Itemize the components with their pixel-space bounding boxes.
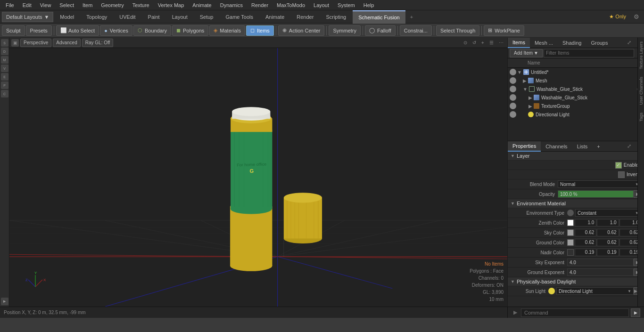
filter-items-input[interactable] [544, 49, 634, 57]
add-item-button[interactable]: Add Item ▼ [510, 49, 543, 57]
menu-file[interactable]: File [2, 1, 18, 9]
menu-dynamics[interactable]: Dynamics [216, 1, 247, 9]
tab-properties[interactable]: Properties [508, 141, 541, 152]
items-list[interactable]: ▼ Untitled* ▶ Mesh [508, 68, 644, 141]
viewport[interactable]: ▣ Perspective Advanced Ray GL: Off ⊙ ↺ ⌖… [9, 38, 507, 307]
menu-edit[interactable]: Edit [19, 1, 35, 9]
env-material-section-header[interactable]: ▼ Environment Material [508, 199, 644, 208]
perspective-button[interactable]: Perspective [20, 39, 51, 47]
eye-toggle[interactable] [510, 69, 516, 75]
nadir-r-field[interactable]: 0.19 [575, 249, 596, 256]
boundary-button[interactable]: ⬡ Boundary [133, 25, 171, 36]
list-item[interactable]: ▶ TextureGroup [508, 102, 644, 110]
layout-dropdown[interactable]: Default Layouts ▼ [2, 12, 53, 22]
raygl-button[interactable]: Ray GL: Off [82, 39, 114, 47]
add-tab-button[interactable]: + [406, 13, 417, 21]
menu-animate[interactable]: Animate [189, 1, 215, 9]
tab-animate[interactable]: Animate [260, 10, 290, 24]
left-tool-5[interactable]: E [1, 73, 8, 81]
tab-paint[interactable]: Paint [142, 10, 165, 24]
eye-toggle[interactable] [510, 77, 516, 84]
menu-geometry[interactable]: Geometry [97, 1, 127, 9]
advanced-button[interactable]: Advanced [53, 39, 80, 47]
left-tool-2[interactable]: D [1, 48, 8, 55]
sky-r-field[interactable]: 0.62 [575, 229, 596, 236]
tab-topology[interactable]: Topology [81, 10, 113, 24]
menu-select[interactable]: Select [56, 1, 78, 9]
eye-toggle[interactable] [510, 86, 516, 92]
zenith-r-field[interactable]: 1.0 [575, 219, 596, 227]
auto-select-button[interactable]: ⬜ Auto Select [56, 25, 99, 36]
command-submit-button[interactable]: ▶ [631, 308, 640, 317]
refresh-icon[interactable]: ↺ [471, 40, 478, 46]
tab-render[interactable]: Render [291, 10, 319, 24]
invert-checkbox[interactable] [618, 171, 625, 178]
tab-uvedit[interactable]: UVEdit [114, 10, 141, 24]
menu-layout[interactable]: Layout [310, 1, 333, 9]
menu-view[interactable]: View [36, 1, 55, 9]
materials-button[interactable]: ◈ Materials [209, 25, 245, 36]
left-tool-6[interactable]: P [1, 81, 8, 89]
tab-scripting[interactable]: Scripting [320, 10, 352, 24]
panel-expand-icon[interactable]: ⤢ [624, 39, 634, 47]
tab-setup[interactable]: Setup [194, 10, 219, 24]
zenith-g-field[interactable]: 1.0 [597, 219, 619, 227]
nadir-g-field[interactable]: 0.19 [597, 249, 619, 256]
tab-model[interactable]: Model [54, 10, 80, 24]
tab-groups[interactable]: Groups [586, 38, 612, 48]
tab-add-props[interactable]: + [592, 141, 604, 152]
sky-g-field[interactable]: 0.62 [597, 229, 619, 236]
camera-icon[interactable]: ⊙ [462, 40, 469, 46]
nadir-color-swatch[interactable] [567, 249, 574, 256]
list-item[interactable]: ▶ Washable_Glue_Stick [508, 93, 644, 102]
symmetry-button[interactable]: Symmetry [329, 25, 361, 36]
tab-items[interactable]: Items [508, 38, 530, 48]
left-tool-3[interactable]: M [1, 56, 8, 64]
sky-exp-slider[interactable]: 4.0 [567, 259, 634, 266]
menu-help[interactable]: Help [360, 1, 378, 9]
eye-toggle[interactable] [510, 111, 516, 118]
viewport-toggle[interactable]: ▣ [11, 39, 19, 47]
expand-arrow[interactable]: ▶ [528, 95, 532, 100]
list-item[interactable]: ▶ Directional Light [508, 110, 644, 119]
zenith-color-swatch[interactable] [567, 219, 574, 226]
eye-toggle[interactable] [510, 94, 516, 101]
menu-item[interactable]: Item [79, 1, 96, 9]
menu-render[interactable]: Render [248, 1, 272, 9]
opacity-slider[interactable]: 100.0 % [558, 190, 634, 198]
sculpt-button[interactable]: Sculpt [2, 25, 25, 36]
tab-mesh[interactable]: Mesh ... [530, 38, 558, 48]
tab-gametools[interactable]: Game Tools [220, 10, 259, 24]
eye-toggle[interactable] [510, 103, 516, 109]
blend-mode-dropdown[interactable]: Normal ▼ [558, 180, 641, 188]
tab-schematic[interactable]: Schematic Fusion [353, 10, 405, 24]
tab-shading[interactable]: Shading [558, 38, 586, 48]
menu-maxtomodo[interactable]: MaxToModo [273, 1, 309, 9]
workplane-button[interactable]: ⊞ WorkPlane [484, 25, 524, 36]
list-item[interactable]: ▶ Mesh [508, 76, 644, 85]
left-tool-4[interactable]: V [1, 65, 8, 72]
command-input[interactable] [521, 308, 629, 317]
phys-daylight-header[interactable]: ▼ Physically-based Daylight [508, 277, 644, 286]
ground-color-swatch[interactable] [567, 239, 574, 246]
polygons-button[interactable]: ◼ Polygons [172, 25, 208, 36]
ground-exp-slider[interactable]: 4.0 [567, 268, 634, 276]
left-tool-bottom[interactable]: ▶ [1, 298, 8, 305]
select-through-button[interactable]: Select Through [436, 25, 479, 36]
sky-color-swatch[interactable] [567, 229, 574, 236]
falloff-button[interactable]: ◯ Falloff [365, 25, 396, 36]
enable-checkbox[interactable]: ✓ [615, 162, 622, 169]
menu-system[interactable]: System [334, 1, 359, 9]
command-arrow[interactable]: ▶ [512, 309, 519, 316]
left-tool-1[interactable]: S [1, 39, 8, 47]
ground-g-field[interactable]: 0.62 [597, 239, 619, 246]
grid-icon[interactable]: ⋯ [497, 40, 505, 46]
presets-button[interactable]: Presets [26, 25, 52, 36]
viewport-settings-icon[interactable]: ☰ [487, 40, 495, 46]
ground-r-field[interactable]: 0.62 [575, 239, 596, 246]
env-type-dropdown[interactable]: Constant ▼ [575, 209, 641, 217]
menu-vertexmap[interactable]: Vertex Map [154, 1, 188, 9]
left-tool-7[interactable]: C [1, 90, 8, 97]
layer-section-header[interactable]: ▼ Layer [508, 152, 644, 161]
tab-channels[interactable]: Channels [541, 141, 572, 152]
